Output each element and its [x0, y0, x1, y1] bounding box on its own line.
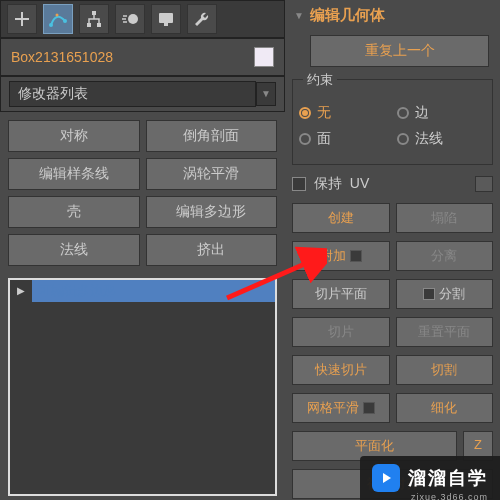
object-color-swatch[interactable] [254, 47, 274, 67]
svg-point-2 [56, 13, 59, 16]
right-panel: ▼ 编辑几何体 重复上一个 约束 无 边 面 [285, 0, 500, 500]
modifier-turbosmooth[interactable]: 涡轮平滑 [146, 158, 278, 190]
hierarchy-icon[interactable] [79, 4, 109, 34]
attach-settings-icon[interactable] [350, 250, 362, 262]
radio-edge[interactable]: 边 [397, 104, 487, 122]
top-toolbar [0, 0, 285, 38]
slice-button[interactable]: 切片 [292, 317, 390, 347]
svg-rect-5 [97, 23, 101, 27]
chevron-down-icon[interactable]: ▼ [256, 82, 276, 106]
left-panel: ▼ 对称 倒角剖面 编辑样条线 涡轮平滑 壳 编辑多边形 法线 挤出 ▶ 可编辑… [0, 0, 285, 500]
modifier-button-grid: 对称 倒角剖面 编辑样条线 涡轮平滑 壳 编辑多边形 法线 挤出 [0, 112, 285, 274]
svg-point-1 [63, 19, 67, 23]
preserve-uv-row: 保持 UV [292, 175, 493, 193]
msmooth-settings-icon[interactable] [363, 402, 375, 414]
constraint-group: 约束 无 边 面 法线 [292, 79, 493, 165]
create-button[interactable]: 创建 [292, 203, 390, 233]
svg-point-0 [49, 23, 53, 27]
detach-button[interactable]: 分离 [396, 241, 494, 271]
preserve-label: 保持 UV [314, 175, 467, 193]
edit-geometry-header[interactable]: ▼ 编辑几何体 [290, 0, 495, 31]
radio-none[interactable]: 无 [299, 104, 389, 122]
section-title: 编辑几何体 [310, 6, 385, 25]
collapse-button[interactable]: 塌陷 [396, 203, 494, 233]
svg-rect-8 [164, 23, 168, 26]
slice-plane-button[interactable]: 切片平面 [292, 279, 390, 309]
watermark-text: 溜溜自学 [408, 466, 488, 490]
preserve-uv-checkbox[interactable] [292, 177, 306, 191]
display-icon[interactable] [151, 4, 181, 34]
cut-button[interactable]: 切割 [396, 355, 494, 385]
modifier-edit-poly[interactable]: 编辑多边形 [146, 196, 278, 228]
radio-normal[interactable]: 法线 [397, 130, 487, 148]
create-icon[interactable] [7, 4, 37, 34]
repeat-last-button[interactable]: 重复上一个 [310, 35, 489, 67]
svg-point-6 [128, 14, 138, 24]
radio-face[interactable]: 面 [299, 130, 389, 148]
reset-plane-button[interactable]: 重置平面 [396, 317, 494, 347]
modifier-normal[interactable]: 法线 [8, 234, 140, 266]
split-button[interactable]: 分割 [396, 279, 494, 309]
constraint-label: 约束 [303, 71, 337, 89]
stack-item-label: 可编辑多边形 [32, 282, 275, 300]
preserve-uv-settings[interactable] [475, 176, 493, 192]
play-icon [372, 464, 400, 492]
stack-item-editable-poly[interactable]: ▶ 可编辑多边形 [10, 280, 275, 302]
object-name-row [0, 38, 285, 76]
chevron-down-icon: ▼ [294, 10, 304, 21]
quickslice-button[interactable]: 快速切片 [292, 355, 390, 385]
watermark: 溜溜自学 zixue.3d66.com [360, 456, 500, 500]
modifier-symmetry[interactable]: 对称 [8, 120, 140, 152]
modifier-chamfer[interactable]: 倒角剖面 [146, 120, 278, 152]
svg-rect-4 [87, 23, 91, 27]
expand-icon[interactable]: ▶ [10, 280, 32, 302]
attach-button[interactable]: 附加 [292, 241, 390, 271]
svg-rect-7 [159, 13, 173, 23]
modifier-shell[interactable]: 壳 [8, 196, 140, 228]
svg-rect-3 [92, 11, 96, 15]
tessellate-button[interactable]: 细化 [396, 393, 494, 423]
motion-icon[interactable] [115, 4, 145, 34]
modifier-list-row: ▼ [0, 76, 285, 112]
modifier-list-input[interactable] [9, 81, 256, 107]
modifier-edit-spline[interactable]: 编辑样条线 [8, 158, 140, 190]
modify-icon[interactable] [43, 4, 73, 34]
utilities-icon[interactable] [187, 4, 217, 34]
msmooth-button[interactable]: 网格平滑 [292, 393, 390, 423]
watermark-url: zixue.3d66.com [411, 492, 488, 500]
modifier-stack: ▶ 可编辑多边形 [8, 278, 277, 496]
object-name-input[interactable] [11, 49, 254, 65]
modifier-extrude[interactable]: 挤出 [146, 234, 278, 266]
split-checkbox[interactable] [423, 288, 435, 300]
